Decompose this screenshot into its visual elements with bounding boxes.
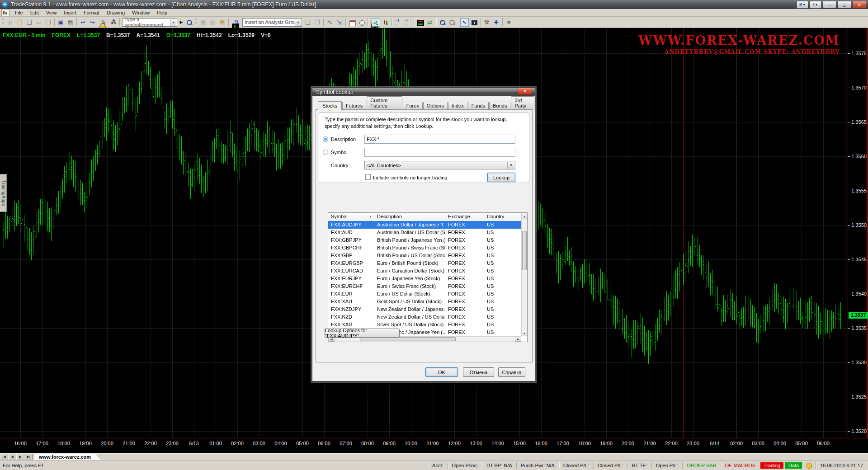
matrix-icon[interactable]: ▦ <box>199 18 208 27</box>
menu-item-format[interactable]: Format <box>80 9 103 16</box>
sort-icon[interactable]: ⇅ <box>232 18 241 27</box>
chevron-down-icon[interactable]: ▼ <box>170 19 176 26</box>
hot-list-chart-icon[interactable] <box>231 22 231 23</box>
auto-arrange-icon[interactable]: ⇄ <box>425 18 434 27</box>
long-short-bars-icon[interactable] <box>416 18 425 27</box>
line-style-icon[interactable] <box>372 18 380 27</box>
menu-item-insert[interactable]: Insert <box>60 9 80 16</box>
table-row[interactable]: FXX:EURCADEuro / Canadian Dollar (Stock)… <box>328 267 521 275</box>
page-setup-icon[interactable]: ▱ <box>34 18 43 27</box>
menu-item-window[interactable]: Window <box>128 9 153 16</box>
workspace-tab[interactable]: www.forex-warez.com <box>34 454 101 460</box>
menu-item-help[interactable]: Help <box>153 9 171 16</box>
table-body[interactable]: FXX:AUDJPYAustralian Dollar / Japanese Y… <box>328 221 521 336</box>
radarscreen-icon[interactable]: ▥ <box>208 18 217 27</box>
symbol-results-table[interactable]: Symbol▲DescriptionExchangeCountry FXX:AU… <box>328 212 528 342</box>
last-workspace-button[interactable]: ▶| <box>24 454 33 460</box>
dialog-tab-futures[interactable]: Futures <box>342 102 366 110</box>
bar-chart-style-icon[interactable] <box>370 22 371 23</box>
dialog-tab-funds[interactable]: Funds <box>468 102 489 110</box>
symbol-command-combo[interactable]: Type a symbol/command▼ <box>122 18 177 27</box>
minimize-button[interactable]: – <box>823 1 836 9</box>
chart-app-icon[interactable] <box>1 9 9 16</box>
dialog-close-button[interactable]: ✕ <box>518 88 532 95</box>
zoom-in-icon[interactable]: + <box>438 18 447 27</box>
table-header-row[interactable]: Symbol▲DescriptionExchangeCountry <box>328 213 521 221</box>
include-symbols-checkbox[interactable] <box>365 174 371 180</box>
chevron-down-icon[interactable]: ▼ <box>295 19 301 26</box>
table-row[interactable]: FXX:GBPCHFBritish Pound / Swiss Franc (S… <box>328 244 521 252</box>
scroll-right-icon[interactable]: ▶ <box>515 337 521 342</box>
scroll-up-icon[interactable]: ▲ <box>522 213 527 219</box>
country-select[interactable]: <All Countries> ▼ <box>364 161 515 169</box>
dialog-tab-bonds[interactable]: Bonds <box>489 102 510 110</box>
next-workspace-button[interactable]: ▶ <box>16 454 24 460</box>
table-row[interactable]: FXX:NZDNew Zealand Dollar / US Dolla...F… <box>328 313 521 321</box>
prev-workspace-button[interactable]: ◀ <box>8 454 16 460</box>
title-bar[interactable]: TradeStation 9.1 - www.forex-warez.com -… <box>0 0 868 9</box>
run-command-button[interactable]: ▶ <box>178 18 184 27</box>
description-radio[interactable] <box>323 136 328 142</box>
maximize-button[interactable]: ▢ <box>838 1 851 9</box>
aux-button-s[interactable]: S▼ <box>797 1 808 9</box>
menu-item-file[interactable]: File <box>11 9 27 16</box>
analysis-group-combo[interactable]: Insert an Analysis Group▼ <box>242 18 302 27</box>
dialog-tab-forex[interactable]: Forex <box>403 102 423 110</box>
symbol-lookup-icon[interactable] <box>185 18 193 27</box>
add-study-icon[interactable]: ✚ <box>492 18 500 27</box>
column-header-description[interactable]: Description <box>374 213 445 221</box>
chart-text-icon[interactable] <box>470 18 478 27</box>
aux-button-i[interactable]: I▼ <box>810 1 821 9</box>
table-row[interactable]: FXX:EURGBPEuro / British Pound (Stock)FO… <box>328 259 521 267</box>
symbol-radio[interactable] <box>323 150 328 155</box>
colors-icon[interactable] <box>109 18 118 27</box>
table-row[interactable]: FXX:AUDAustralian Dollar / US Dollar (St… <box>328 229 521 236</box>
table-row[interactable]: FXX:NZDJPYNew Zealand Dollar / Japanes..… <box>328 306 521 313</box>
bar-spacing-decrease-icon[interactable]: →|← <box>394 18 402 27</box>
close-button[interactable]: ✕ <box>853 1 866 9</box>
lock-icon[interactable] <box>98 22 99 23</box>
new-workspace-icon[interactable]: ▯ <box>6 18 14 27</box>
menu-item-drawing[interactable]: Drawing <box>103 9 128 16</box>
print-icon[interactable]: ▤ <box>66 18 75 27</box>
dialog-tab-options[interactable]: Options <box>423 102 448 110</box>
chevron-down-icon[interactable]: ▼ <box>507 162 514 169</box>
session-clock-icon[interactable] <box>357 18 366 27</box>
column-header-country[interactable]: Country <box>484 213 521 221</box>
vertical-scroll-thumb[interactable] <box>522 231 527 270</box>
candlestick-style-icon[interactable] <box>381 18 390 27</box>
bar-spacing-increase-icon[interactable]: ←|→ <box>403 18 412 27</box>
column-header-symbol[interactable]: Symbol▲ <box>328 213 374 221</box>
dialog-tab-3rd-party[interactable]: 3rd Party <box>511 96 534 110</box>
menu-item-view[interactable]: View <box>42 9 61 16</box>
folder-icon[interactable]: ❒ <box>44 18 52 27</box>
chart-send-icon[interactable]: ⇱ <box>326 18 334 27</box>
time-axis[interactable]: 16:0017:0018:0019:0020:0021:0022:0023:00… <box>0 438 868 453</box>
quote-board-icon[interactable]: ▤ <box>218 18 226 27</box>
help-button[interactable]: Справка <box>498 367 525 377</box>
scroll-down-icon[interactable]: ▼ <box>522 330 527 336</box>
first-workspace-button[interactable]: |◀ <box>0 454 8 460</box>
zoom-out-icon[interactable] <box>448 18 456 27</box>
menu-item-edit[interactable]: Edit <box>27 9 42 16</box>
save-icon[interactable]: ▣ <box>57 18 65 27</box>
format-painter-icon[interactable]: ✎ <box>99 18 108 27</box>
window-forward-icon[interactable]: ↪ <box>88 18 97 27</box>
dialog-title-bar[interactable]: Symbol Lookup <box>312 88 535 96</box>
workspaces-icon[interactable]: ❏ <box>25 18 33 27</box>
vertical-scrollbar[interactable]: ▲ ▼ <box>521 213 527 336</box>
window-cascade-icon[interactable]: ❐ <box>313 18 321 27</box>
table-row[interactable]: FXX:EURCHFEuro / Swiss Franc (Stock)FORE… <box>328 282 521 290</box>
dialog-tab-stocks[interactable]: Stocks <box>318 101 342 110</box>
window-tile-icon[interactable]: ❏ <box>303 18 312 27</box>
cancel-button[interactable]: Отмена <box>463 367 494 377</box>
session-calendar-icon[interactable] <box>348 18 356 27</box>
chart-receive-icon[interactable]: ⇲ <box>335 18 344 27</box>
table-row[interactable]: FXX:EUREuro / US Dollar (Stock)FOREXUS <box>328 290 521 298</box>
ok-button[interactable]: OK <box>425 367 458 377</box>
dialog-tab-index[interactable]: Index <box>448 102 467 110</box>
open-workspace-icon[interactable]: ❐ <box>15 18 24 27</box>
window-back-icon[interactable]: ↩ <box>79 18 87 27</box>
tradingapps-vertical-tab[interactable]: TradingApps <box>0 174 7 212</box>
symbol-input[interactable] <box>364 148 515 157</box>
